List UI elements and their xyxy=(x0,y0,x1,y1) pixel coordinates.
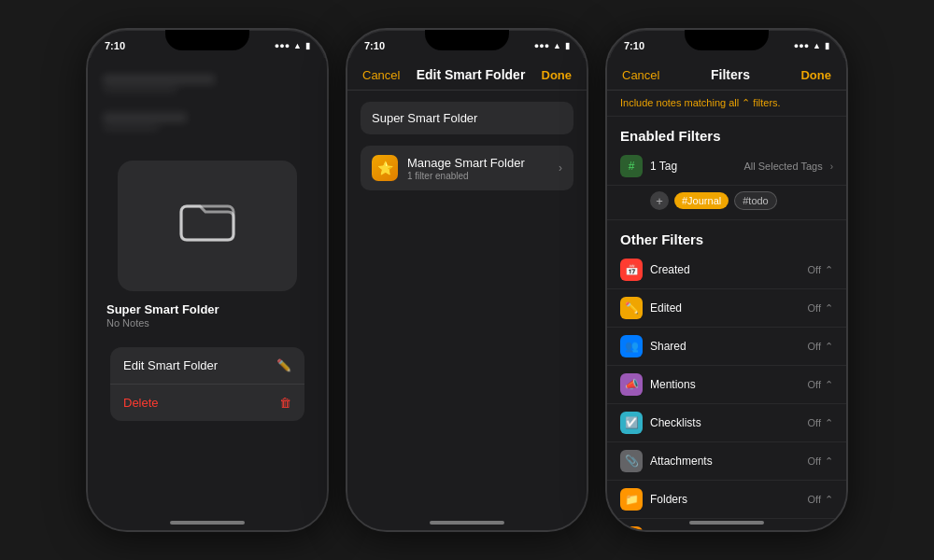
match-option[interactable]: all ⌃ xyxy=(729,97,753,108)
battery-icon: ▮ xyxy=(565,41,570,50)
manage-smart-folder-row[interactable]: ⭐ Manage Smart Folder 1 filter enabled › xyxy=(361,146,573,190)
filter-left: 📎 Attachments xyxy=(620,450,713,472)
done-button[interactable]: Done xyxy=(542,68,573,82)
folder-card xyxy=(118,161,297,291)
menu-item-delete[interactable]: Delete 🗑 xyxy=(110,385,304,421)
checklists-icon: ☑️ xyxy=(620,412,643,434)
manage-title: Manage Smart Folder xyxy=(407,156,525,170)
filter-right: Off ⌃ xyxy=(808,455,833,468)
notes-list xyxy=(88,58,327,149)
filter-name-shared: Shared xyxy=(650,340,686,353)
filter-name-created: Created xyxy=(650,263,690,276)
phone-2-screen: Cancel Edit Smart Folder Done Super Smar… xyxy=(347,58,587,530)
home-indicator-2 xyxy=(430,521,504,525)
filter-right: Off ⌃ xyxy=(808,302,833,315)
add-tag-button[interactable]: + xyxy=(650,191,669,210)
journal-tag-chip[interactable]: #Journal xyxy=(674,192,729,209)
folder-name-field[interactable]: Super Smart Folder xyxy=(361,102,573,134)
chevron-icon: ⌃ xyxy=(825,455,833,468)
created-icon: 📅 xyxy=(620,259,643,281)
filter-left: 📁 Folders xyxy=(620,488,687,511)
edited-icon: ✏️ xyxy=(620,297,643,319)
manage-text: Manage Smart Folder 1 filter enabled xyxy=(407,156,525,181)
phone-1-notch xyxy=(165,30,249,50)
folders-value: Off xyxy=(808,494,821,505)
phone-3-screen: Cancel Filters Done Include notes matchi… xyxy=(607,58,846,530)
phone-3-status-icons: ●●● ▲ ▮ xyxy=(794,41,829,50)
filter-left: 👥 Shared xyxy=(620,335,686,357)
phone-2-notch xyxy=(425,30,509,50)
filter-row-edited[interactable]: ✏️ Edited Off ⌃ xyxy=(607,289,846,328)
filter-row-shared[interactable]: 👥 Shared Off ⌃ xyxy=(607,328,846,366)
filters-cancel-button[interactable]: Cancel xyxy=(622,68,659,82)
filter-left: 📅 Created xyxy=(620,259,690,281)
chevron-right-icon: › xyxy=(559,161,562,175)
delete-icon: 🗑 xyxy=(279,396,291,410)
edit-smart-folder-label: Edit Smart Folder xyxy=(123,358,218,372)
delete-label: Delete xyxy=(123,396,159,410)
filter-right: Off ⌃ xyxy=(808,417,833,429)
filter-row-mentions[interactable]: 📣 Mentions Off ⌃ xyxy=(607,366,846,404)
filters-done-button[interactable]: Done xyxy=(800,68,831,82)
phone-1-screen: Super Smart Folder No Notes Edit Smart F… xyxy=(88,58,327,530)
filter-right: Off ⌃ xyxy=(808,379,833,391)
cancel-button[interactable]: Cancel xyxy=(362,68,400,82)
manage-left: ⭐ Manage Smart Folder 1 filter enabled xyxy=(372,155,525,181)
folder-name-value: Super Smart Folder xyxy=(372,111,477,125)
battery-icon: ▮ xyxy=(825,41,829,50)
phone-2-time: 7:10 xyxy=(364,40,385,51)
quick-notes-icon: 🗒 xyxy=(620,526,643,530)
filter-left: 🗒 Quick Notes xyxy=(620,526,711,530)
menu-item-edit[interactable]: Edit Smart Folder ✏️ xyxy=(110,347,304,385)
item-sub xyxy=(103,124,159,132)
phone-2: 7:10 ●●● ▲ ▮ Cancel Edit Smart Folder Do… xyxy=(346,28,588,532)
folders-icon: 📁 xyxy=(620,488,643,511)
tag-filter-enabled-row[interactable]: # 1 Tag All Selected Tags › xyxy=(607,147,846,186)
signal-icon: ●●● xyxy=(275,41,290,50)
item-sub xyxy=(103,86,177,93)
filter-row-checklists[interactable]: ☑️ Checklists Off ⌃ xyxy=(607,404,846,442)
filter-name-checklists: Checklists xyxy=(650,416,701,429)
edit-icon: ✏️ xyxy=(276,358,291,372)
chevron-icon: ⌃ xyxy=(825,494,833,506)
filter-row-folders[interactable]: 📁 Folders Off ⌃ xyxy=(607,481,846,519)
manage-subtitle: 1 filter enabled xyxy=(407,171,525,181)
signal-icon: ●●● xyxy=(534,41,549,50)
shared-icon: 👥 xyxy=(620,335,643,357)
filter-name-mentions: Mentions xyxy=(650,378,696,391)
wifi-icon: ▲ xyxy=(813,41,821,50)
item-title xyxy=(103,113,187,122)
phone-3: 7:10 ●●● ▲ ▮ Cancel Filters Done Include… xyxy=(605,28,848,532)
chevron-icon: ⌃ xyxy=(825,417,833,429)
enabled-filters-section: Enabled Filters xyxy=(607,117,846,147)
filters-title: Filters xyxy=(711,67,750,82)
chevron-icon: ⌃ xyxy=(825,379,833,391)
filter-row-attachments[interactable]: 📎 Attachments Off ⌃ xyxy=(607,442,846,481)
wifi-icon: ▲ xyxy=(293,41,302,50)
folder-name: Super Smart Folder xyxy=(106,302,308,316)
list-item xyxy=(88,104,327,142)
list-item xyxy=(88,65,327,104)
mentions-icon: 📣 xyxy=(620,373,643,396)
nav-bar: Cancel Edit Smart Folder Done xyxy=(347,58,587,91)
tag-filter-label: 1 Tag xyxy=(650,160,736,173)
battery-icon: ▮ xyxy=(305,41,310,50)
filter-row-created[interactable]: 📅 Created Off ⌃ xyxy=(607,251,846,289)
chevron-icon: ⌃ xyxy=(825,264,833,276)
filter-right: Off ⌃ xyxy=(808,341,833,353)
attachments-icon: 📎 xyxy=(620,450,643,472)
checklists-value: Off xyxy=(808,417,821,428)
edited-value: Off xyxy=(808,302,821,314)
shared-value: Off xyxy=(808,341,821,352)
filter-name-folders: Folders xyxy=(650,493,687,506)
filter-left: 📣 Mentions xyxy=(620,373,696,396)
filter-left: ✏️ Edited xyxy=(620,297,682,319)
attachments-value: Off xyxy=(808,455,821,467)
item-title xyxy=(103,75,215,84)
hashtag-icon: # xyxy=(629,160,635,173)
chevron-icon: ⌃ xyxy=(825,341,833,353)
mentions-value: Off xyxy=(808,379,821,390)
match-text: Include notes matching xyxy=(620,97,726,108)
folder-subtitle: No Notes xyxy=(106,317,308,329)
todo-tag-chip[interactable]: #todo xyxy=(734,191,777,210)
